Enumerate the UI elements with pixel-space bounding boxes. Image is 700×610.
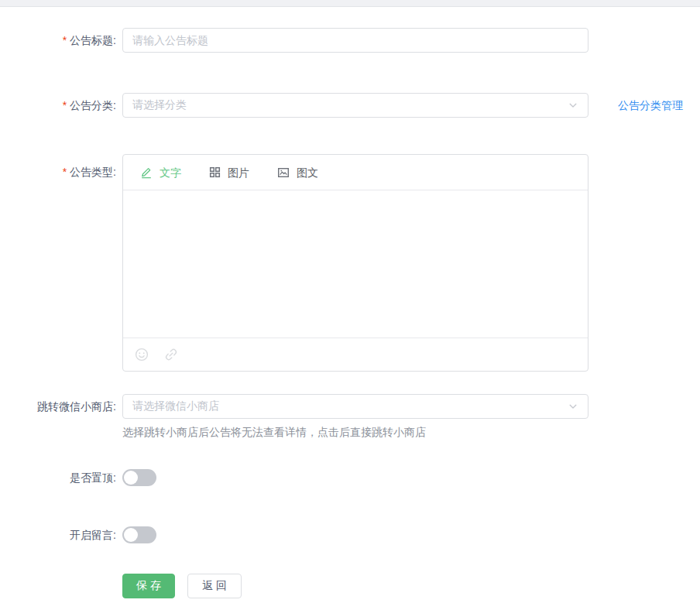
link-icon[interactable]: [163, 347, 179, 362]
editor-toolbar: [123, 338, 588, 371]
chevron-down-icon: [568, 401, 578, 412]
form-row-title: *公告标题:: [0, 28, 700, 53]
mini-store-select-placeholder: 请选择微信小商店: [132, 399, 568, 413]
tab-text[interactable]: 文字: [140, 166, 181, 179]
required-asterisk: *: [63, 99, 67, 111]
tab-text-label: 文字: [160, 167, 181, 178]
form-row-pin: 是否置顶:: [0, 469, 700, 486]
editor-tab-bar: 文字 图片 图文: [123, 155, 588, 190]
toggle-knob: [124, 471, 138, 485]
mini-store-select[interactable]: 请选择微信小商店: [122, 394, 588, 419]
type-label: *公告类型:: [0, 154, 116, 184]
tab-image-text-label: 图文: [297, 167, 318, 178]
category-manage-link[interactable]: 公告分类管理: [618, 93, 683, 118]
title-input[interactable]: [122, 28, 588, 53]
required-asterisk: *: [63, 34, 67, 46]
save-button[interactable]: 保存: [122, 574, 175, 598]
required-asterisk: *: [63, 166, 67, 178]
grid-icon: [209, 166, 221, 178]
tab-image-text[interactable]: 图文: [277, 166, 318, 179]
pin-label: 是否置顶:: [0, 469, 116, 486]
chevron-down-icon: [568, 100, 578, 111]
editor-content-area[interactable]: [123, 190, 588, 338]
pin-toggle[interactable]: [122, 469, 156, 486]
toggle-knob: [124, 528, 138, 542]
back-button[interactable]: 返回: [187, 574, 242, 598]
category-select[interactable]: 请选择分类: [122, 93, 588, 118]
message-label: 开启留言:: [0, 526, 116, 543]
tab-image[interactable]: 图片: [209, 166, 249, 178]
title-label: *公告标题:: [0, 28, 116, 53]
form-row-category: *公告分类: 请选择分类 公告分类管理: [0, 93, 700, 118]
pencil-icon: [140, 166, 153, 179]
message-toggle[interactable]: [122, 526, 156, 543]
mini-store-help-text: 选择跳转小商店后公告将无法查看详情，点击后直接跳转小商店: [122, 425, 588, 439]
category-select-placeholder: 请选择分类: [132, 98, 568, 112]
image-text-icon: [277, 166, 290, 179]
content-editor: 文字 图片 图文: [122, 154, 588, 372]
announcement-form: *公告标题: *公告分类: 请选择分类 公告分类管理 *公告类型:: [0, 7, 700, 598]
form-actions: 保存 返回: [122, 574, 700, 598]
tab-image-label: 图片: [228, 167, 249, 178]
form-row-message: 开启留言:: [0, 526, 700, 543]
emoji-icon[interactable]: [134, 347, 149, 362]
top-divider-bar: [0, 0, 700, 7]
form-row-type: *公告类型: 文字 图片: [0, 154, 700, 372]
form-row-mini-store: 跳转微信小商店: 请选择微信小商店 选择跳转小商店后公告将无法查看详情，点击后直…: [0, 394, 700, 439]
category-label: *公告分类:: [0, 93, 116, 118]
mini-store-label: 跳转微信小商店:: [0, 394, 116, 419]
